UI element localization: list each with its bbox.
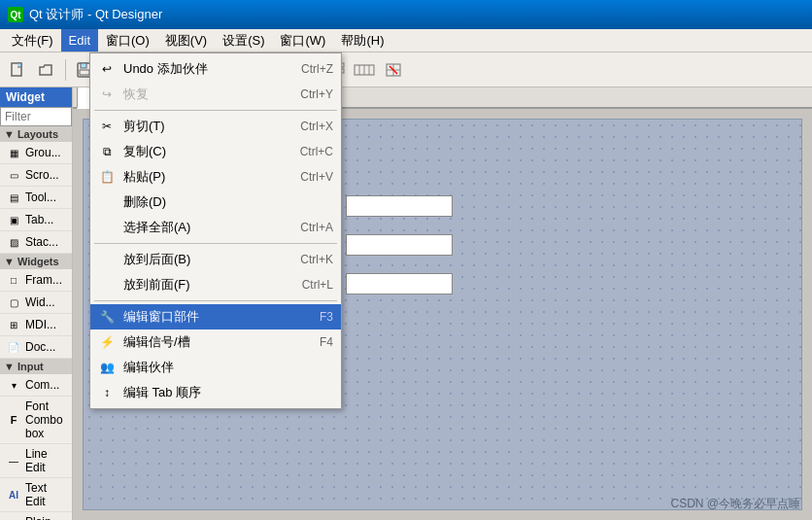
paste-icon: 📋 <box>98 168 116 186</box>
section-widgets[interactable]: ▼ Widgets <box>0 254 72 269</box>
toolbar-break[interactable] <box>380 56 407 84</box>
widget-item-textedit[interactable]: AIText Edit <box>0 478 72 512</box>
toolbar-new[interactable] <box>4 56 31 84</box>
widget-doc-icon: 📄 <box>6 339 21 355</box>
bringfront-icon <box>98 276 116 294</box>
widget-item-group[interactable]: ▦Grou... <box>0 142 72 164</box>
chevron-down-icon: ▼ <box>4 128 15 140</box>
sendback-icon <box>98 251 116 268</box>
copy-icon: ⧉ <box>98 143 116 160</box>
menu-paste[interactable]: 📋 粘贴(P) Ctrl+V <box>90 164 341 190</box>
menu-edit-widgets[interactable]: 🔧 编辑窗口部件 F3 <box>90 304 341 329</box>
field-input-email[interactable] <box>346 273 453 295</box>
edit-dropdown-menu: ↩ Undo 添加伙伴 Ctrl+Z ↪ 恢复 Ctrl+Y ✂ 剪切(T) C… <box>89 52 342 409</box>
widget-panel: Widget ▼ Layouts ▦Grou... ▭Scro... ▤Tool… <box>0 87 73 520</box>
title-bar: Qt Qt 设计师 - Qt Designer <box>0 0 812 29</box>
menu-select-all[interactable]: 选择全部(A) Ctrl+A <box>90 215 341 240</box>
widget-widget-icon: ▢ <box>6 295 21 310</box>
widget-tab-icon: ▣ <box>6 212 21 227</box>
widget-list-widgets: □Fram... ▢Wid... ⊞MDI... 📄Doc... <box>0 269 72 359</box>
menu-edit[interactable]: Edit <box>61 29 98 52</box>
widget-item-doc[interactable]: 📄Doc... <box>0 336 72 359</box>
svg-rect-2 <box>81 63 86 68</box>
widget-tool-icon: ▤ <box>6 190 21 205</box>
widget-stacked-icon: ▨ <box>6 234 21 250</box>
delete-icon <box>98 193 116 211</box>
widget-item-lineedit[interactable]: —Line Edit <box>0 444 72 478</box>
menu-settings[interactable]: 设置(S) <box>215 29 272 52</box>
undo-icon: ↩ <box>98 60 116 78</box>
widget-list-layouts: ▦Grou... ▭Scro... ▤Tool... ▣Tab... ▨Stac… <box>0 142 72 254</box>
menu-redo[interactable]: ↪ 恢复 Ctrl+Y <box>90 82 341 107</box>
widget-item-widget[interactable]: ▢Wid... <box>0 292 72 314</box>
section-layouts[interactable]: ▼ Layouts <box>0 126 72 142</box>
svg-rect-3 <box>80 70 89 75</box>
widget-scroll-icon: ▭ <box>6 167 21 183</box>
widget-item-plaintextedit[interactable]: AIPlain Text Edit <box>0 512 72 520</box>
title-text: Qt 设计师 - Qt Designer <box>29 6 162 23</box>
menu-edit-signals[interactable]: ⚡ 编辑信号/槽 F4 <box>90 329 341 355</box>
menu-delete[interactable]: 删除(D) <box>90 190 341 215</box>
taborder-icon: ↕ <box>98 384 116 401</box>
widget-panel-header: Widget <box>0 87 72 107</box>
widget-item-combo[interactable]: ▾Com... <box>0 374 72 397</box>
menu-view[interactable]: 视图(V) <box>157 29 215 52</box>
widget-item-frame[interactable]: □Fram... <box>0 269 72 292</box>
editwidgets-icon: 🔧 <box>98 308 116 326</box>
menu-help[interactable]: 帮助(H) <box>333 29 391 52</box>
menu-copy[interactable]: ⧉ 复制(C) Ctrl+C <box>90 139 341 164</box>
cut-icon: ✂ <box>98 118 116 135</box>
menu-window[interactable]: 窗口(O) <box>98 29 157 52</box>
widget-list-input: ▾Com... FFont Combo box —Line Edit AITex… <box>0 374 72 520</box>
widget-item-mdi[interactable]: ⊞MDI... <box>0 314 72 336</box>
signals-icon: ⚡ <box>98 333 116 351</box>
section-input[interactable]: ▼ Input <box>0 359 72 374</box>
app-icon: Qt <box>8 7 23 22</box>
menu-send-back[interactable]: 放到后面(B) Ctrl+K <box>90 247 341 272</box>
widget-item-tool[interactable]: ▤Tool... <box>0 187 72 209</box>
menu-edit-taborder[interactable]: ↕ 编辑 Tab 顺序 <box>90 380 341 405</box>
widget-lineedit-icon: — <box>6 453 21 468</box>
menu-window2[interactable]: 窗口(W) <box>272 29 333 52</box>
menu-sep1 <box>94 110 337 111</box>
chevron-down-icon3: ▼ <box>4 361 15 372</box>
widget-item-scroll[interactable]: ▭Scro... <box>0 164 72 187</box>
menu-file[interactable]: 文件(F) <box>4 29 61 52</box>
widget-item-tab[interactable]: ▣Tab... <box>0 209 72 231</box>
widget-frame-icon: □ <box>6 272 21 288</box>
menu-bring-front[interactable]: 放到前面(F) Ctrl+L <box>90 272 341 297</box>
selectall-icon <box>98 219 116 236</box>
menu-edit-buddy[interactable]: 👥 编辑伙伴 <box>90 355 341 380</box>
menu-undo[interactable]: ↩ Undo 添加伙伴 Ctrl+Z <box>90 56 341 82</box>
toolbar-grid3[interactable] <box>351 56 378 84</box>
field-input-age[interactable] <box>346 234 453 256</box>
chevron-down-icon2: ▼ <box>4 256 15 267</box>
widget-combo-icon: ▾ <box>6 377 21 393</box>
toolbar-open[interactable] <box>33 56 60 84</box>
widget-item-font[interactable]: FFont Combo box <box>0 397 72 444</box>
menu-sep2 <box>94 243 337 244</box>
widget-filter-input[interactable] <box>0 107 72 126</box>
widget-mdi-icon: ⊞ <box>6 317 21 332</box>
toolbar-sep1 <box>65 59 66 81</box>
widget-textedit-icon: AI <box>6 487 21 503</box>
menu-sep3 <box>94 300 337 301</box>
menu-bar: 文件(F) Edit 窗口(O) 视图(V) 设置(S) 窗口(W) 帮助(H) <box>0 29 812 52</box>
menu-cut[interactable]: ✂ 剪切(T) Ctrl+X <box>90 114 341 139</box>
widget-font-icon: F <box>6 412 21 428</box>
redo-icon: ↪ <box>98 86 116 103</box>
watermark: CSDN @今晚务必早点睡 <box>670 496 800 512</box>
widget-item-stacked[interactable]: ▨Stac... <box>0 231 72 254</box>
field-input-name[interactable] <box>346 195 453 217</box>
widget-group-icon: ▦ <box>6 145 21 160</box>
buddy-icon: 👥 <box>98 359 116 376</box>
